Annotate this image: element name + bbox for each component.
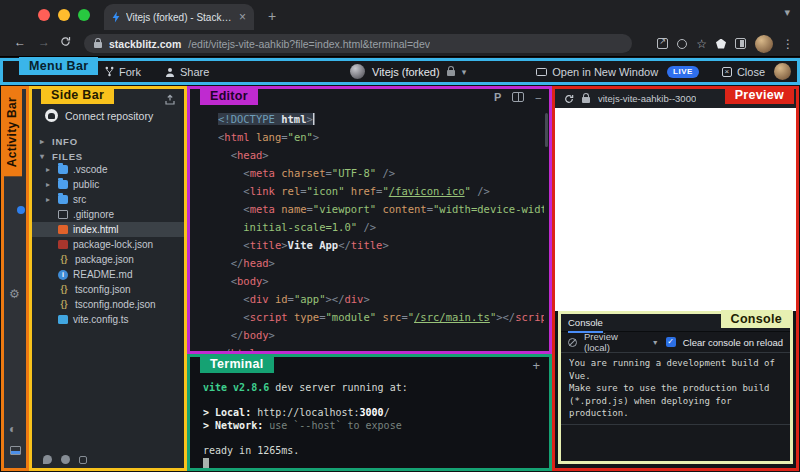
terminal-token: / xyxy=(384,407,390,418)
more-icon[interactable]: ‒ xyxy=(535,92,541,103)
new-terminal-icon[interactable]: + xyxy=(532,358,540,373)
browser-avatar[interactable] xyxy=(755,35,773,53)
tab-search-chevron-icon[interactable]: ▾ xyxy=(784,6,790,19)
tree-file-vite.config.ts[interactable]: vite.config.ts xyxy=(32,312,184,327)
console-message-line: You are running a development build of V… xyxy=(569,357,782,382)
code-token: /> xyxy=(376,167,395,179)
window-minimize-button[interactable] xyxy=(58,9,70,21)
share-button[interactable]: Share xyxy=(165,66,209,78)
extension-pin-icon[interactable] xyxy=(716,39,726,49)
github-link-icon[interactable] xyxy=(61,455,70,464)
code-line[interactable]: <head> xyxy=(218,146,544,164)
tree-folder-.vscode[interactable]: ▸.vscode xyxy=(32,162,184,177)
sidebar-social-links xyxy=(43,455,87,464)
stackblitz-favicon-icon xyxy=(112,12,120,23)
window-close-button[interactable] xyxy=(38,9,50,21)
code-token: script xyxy=(250,311,288,323)
share-export-icon[interactable] xyxy=(657,38,668,49)
code-line[interactable]: </body> xyxy=(218,326,544,344)
ports-badge xyxy=(17,206,25,214)
code-line[interactable]: <html lang="en"> xyxy=(218,128,544,146)
dropdown-arrow-icon[interactable]: ▼ xyxy=(652,339,659,346)
terminal-cursor[interactable] xyxy=(203,458,209,468)
tree-file-package-lock.json[interactable]: package-lock.json xyxy=(32,237,184,252)
code-line[interactable]: <body> xyxy=(218,272,544,290)
open-new-window-button[interactable]: Open in New Window xyxy=(536,66,658,78)
split-editor-icon[interactable] xyxy=(512,92,524,102)
code-line[interactable]: <meta charset="UTF-8" /> xyxy=(218,164,544,182)
browser-toolbar-icons: ☆ ⋮ xyxy=(657,30,794,57)
url-field[interactable]: stackblitz.com /edit/vitejs-vite-aahkib?… xyxy=(84,34,632,53)
terminal-output[interactable]: vite v2.8.6 dev server running at: > Loc… xyxy=(203,382,545,470)
code-line[interactable]: <meta name="viewport" content="width=dev… xyxy=(218,200,544,218)
code-line[interactable]: <title>Vite App</title> xyxy=(218,236,544,254)
console-message-line: (*.prod.js) when deploying for productio… xyxy=(569,395,782,420)
side-panel-icon[interactable] xyxy=(735,38,746,49)
code-token: meta xyxy=(250,167,275,179)
code-line[interactable]: <script type="module" src="/src/main.ts"… xyxy=(218,308,544,326)
connect-repository-button[interactable]: Connect repository xyxy=(45,109,153,122)
preview-viewport[interactable] xyxy=(555,108,796,311)
code-line[interactable]: </html> xyxy=(218,344,544,351)
project-title-group[interactable]: Vitejs (forked) ▾ xyxy=(350,61,466,82)
upload-project-icon[interactable] xyxy=(164,94,176,106)
code-line[interactable]: <!DOCTYPE html> xyxy=(218,110,544,128)
tab-close-icon[interactable]: × xyxy=(239,11,246,23)
clear-on-reload-label: Clear console on reload xyxy=(683,337,783,348)
fork-button[interactable]: Fork xyxy=(105,66,141,78)
info-section-header[interactable]: ▸ INFO xyxy=(40,136,78,147)
side-bar: Side Bar Connect repository ▸ INFO ▾ FIL… xyxy=(29,86,187,471)
code-line[interactable]: initial-scale=1.0" /> xyxy=(218,218,544,236)
window-zoom-button[interactable] xyxy=(78,9,90,21)
code-token: type xyxy=(288,311,320,323)
profile-icon[interactable] xyxy=(677,39,687,49)
settings-gear-icon[interactable]: ⚙ xyxy=(9,287,20,301)
forward-icon[interactable]: → xyxy=(38,35,50,49)
new-tab-button[interactable]: + xyxy=(268,8,276,24)
code-line[interactable]: </head> xyxy=(218,254,544,272)
prettier-icon[interactable]: P xyxy=(494,91,501,103)
browser-tab[interactable]: Vitejs (forked) - StackBlitz × xyxy=(104,4,254,30)
code-line[interactable]: <link rel="icon" href="/favicon.ico" /> xyxy=(218,182,544,200)
tree-folder-src[interactable]: ▸src xyxy=(32,192,184,207)
braces-file-icon: {} xyxy=(58,255,70,264)
twitter-icon[interactable] xyxy=(43,455,52,464)
github-icon xyxy=(45,109,58,122)
tree-file-index.html[interactable]: index.html xyxy=(32,222,184,237)
back-icon[interactable]: ← xyxy=(14,35,26,49)
clear-console-icon[interactable] xyxy=(568,338,577,347)
code-token: id xyxy=(269,293,288,305)
editor-scrollbar[interactable] xyxy=(545,113,548,147)
tree-folder-public[interactable]: ▸public xyxy=(32,177,184,192)
bottom-panel-icon[interactable] xyxy=(10,446,21,455)
console-tab[interactable]: Console xyxy=(568,317,603,333)
kebab-menu-icon[interactable]: ⋮ xyxy=(782,37,794,51)
app-link-icon[interactable] xyxy=(79,456,87,464)
tree-file-tsconfig.json[interactable]: {}tsconfig.json xyxy=(32,282,184,297)
clear-on-reload-checkbox[interactable]: ✓ xyxy=(666,337,676,347)
file-tree: ▸.vscode▸public▸src.gitignoreindex.htmlp… xyxy=(32,162,184,327)
folder-icon xyxy=(58,195,68,204)
close-preview-button[interactable]: × Close xyxy=(722,66,765,78)
reload-icon[interactable] xyxy=(60,36,71,47)
preview-reload-icon[interactable] xyxy=(564,94,574,104)
files-section-header[interactable]: ▾ FILES xyxy=(40,151,83,162)
close-box-icon: × xyxy=(722,67,732,77)
bookmark-star-icon[interactable]: ☆ xyxy=(696,38,707,50)
theme-toggle-icon[interactable]: ◐ xyxy=(9,422,16,436)
preview-url[interactable]: vitejs-vite-aahkib--3000 xyxy=(598,93,696,104)
console-message[interactable]: You are running a development build of V… xyxy=(561,352,790,425)
tree-item-label: package.json xyxy=(75,254,134,265)
code-token: body xyxy=(237,275,262,287)
console-context-dropdown[interactable]: Preview (local) xyxy=(584,331,631,353)
tree-file-tsconfig.node.json[interactable]: {}tsconfig.node.json xyxy=(32,297,184,312)
share-label: Share xyxy=(180,66,209,78)
info-file-icon: i xyxy=(58,270,68,280)
annotation-terminal-label: Terminal xyxy=(200,355,274,373)
tree-file-README.md[interactable]: iREADME.md xyxy=(32,267,184,282)
tree-file-package.json[interactable]: {}package.json xyxy=(32,252,184,267)
user-avatar[interactable] xyxy=(774,63,791,80)
code-line[interactable]: <div id="app"></div> xyxy=(218,290,544,308)
code-area[interactable]: <!DOCTYPE html><html lang="en"> <head> <… xyxy=(218,110,544,351)
tree-file-.gitignore[interactable]: .gitignore xyxy=(32,207,184,222)
